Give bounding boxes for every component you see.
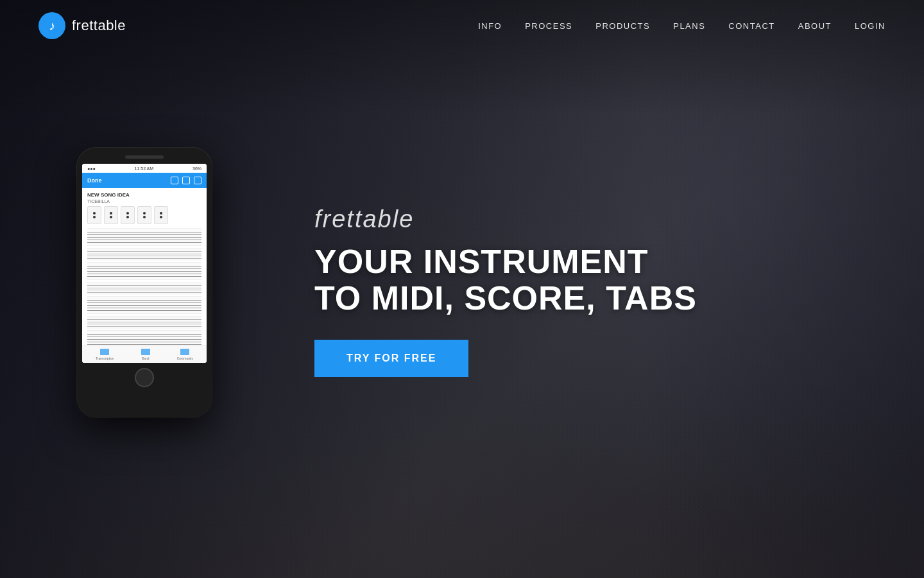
nav-about[interactable]: ABOUT — [798, 21, 832, 31]
band-label: Band — [142, 356, 150, 360]
phone-staff-1 — [87, 228, 201, 246]
phone-screen: ●●● 11:52 AM 36% Done NEW SONG IDEA — [82, 164, 207, 363]
nav-contact[interactable]: CONTACT — [728, 21, 774, 31]
logo[interactable]: frettable — [38, 12, 126, 39]
phone-staff-2 — [87, 262, 201, 280]
phone-home-button[interactable] — [135, 368, 154, 387]
phone-tab-transcription[interactable]: Transcription — [96, 349, 114, 360]
chord-4 — [137, 206, 151, 224]
phone-status-time: 11:52 AM — [135, 166, 154, 171]
chord-5 — [154, 206, 168, 224]
hero-tagline-line2: TO MIDI, SCORE, TABS — [314, 280, 697, 317]
phone-tab-1 — [87, 248, 201, 261]
phone-status-battery: 36% — [193, 166, 201, 171]
band-icon — [141, 349, 150, 355]
transcription-label: Transcription — [96, 356, 114, 360]
logo-text: frettable — [72, 17, 126, 34]
hero-tagline-line1: YOUR INSTRUMENT — [314, 243, 697, 280]
phone-download-icon[interactable] — [194, 177, 201, 184]
logo-icon — [38, 12, 65, 39]
phone-frame: ●●● 11:52 AM 36% Done NEW SONG IDEA — [77, 148, 212, 417]
phone-song-artist: TICEBILLA — [87, 199, 201, 204]
phone-share-icon[interactable] — [182, 177, 190, 184]
chord-3 — [121, 206, 135, 224]
phone-tab-band[interactable]: Band — [141, 349, 150, 360]
hero-tagline: YOUR INSTRUMENT TO MIDI, SCORE, TABS — [314, 243, 697, 317]
phone-bottom-bar: Transcription Band Community — [82, 345, 207, 363]
nav-plans[interactable]: PLANS — [673, 21, 705, 31]
cta-button[interactable]: TRY FOR FREE — [314, 340, 468, 377]
phone-tab-2 — [87, 282, 201, 295]
transcription-icon — [100, 349, 109, 355]
phone-tab-community[interactable]: Community — [177, 349, 193, 360]
community-icon — [180, 349, 189, 355]
nav-login[interactable]: LOGIN — [855, 21, 886, 31]
phone-mockup: ●●● 11:52 AM 36% Done NEW SONG IDEA — [77, 148, 212, 417]
nav-info[interactable]: INFO — [478, 21, 502, 31]
community-label: Community — [177, 356, 193, 360]
phone-tab-3 — [87, 316, 201, 329]
chord-2 — [104, 206, 118, 224]
nav-process[interactable]: PROCESS — [525, 21, 572, 31]
phone-staff-3 — [87, 296, 201, 314]
phone-song-title: NEW SONG IDEA — [87, 192, 201, 198]
hero-content: frettable YOUR INSTRUMENT TO MIDI, SCORE… — [314, 206, 697, 377]
phone-app-content: NEW SONG IDEA TICEBILLA — [82, 188, 207, 363]
phone-chord-row — [87, 206, 201, 224]
chord-1 — [87, 206, 101, 224]
phone-app-header: Done — [82, 173, 207, 188]
phone-done-button[interactable]: Done — [87, 177, 102, 184]
hero-subtitle: frettable — [314, 206, 697, 233]
navbar: frettable INFO PROCESS PRODUCTS PLANS CO… — [0, 0, 924, 51]
nav-products[interactable]: PRODUCTS — [595, 21, 650, 31]
phone-status-bar: ●●● 11:52 AM 36% — [82, 164, 207, 173]
phone-print-icon[interactable] — [171, 177, 178, 184]
hero-section: frettable INFO PROCESS PRODUCTS PLANS CO… — [0, 0, 924, 578]
phone-header-actions — [171, 177, 201, 184]
phone-status-signal: ●●● — [87, 166, 96, 171]
phone-speaker — [125, 155, 164, 159]
nav-links: INFO PROCESS PRODUCTS PLANS CONTACT ABOU… — [478, 20, 886, 31]
